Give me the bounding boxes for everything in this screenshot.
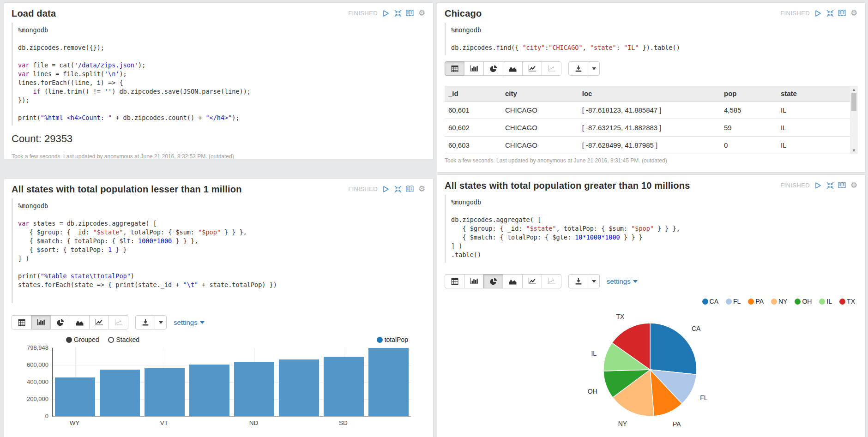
- scatter-chart-button[interactable]: [542, 274, 561, 288]
- bar-nd[interactable]: [234, 362, 274, 416]
- table-chart-button[interactable]: [12, 315, 31, 329]
- show-editor-icon[interactable]: [406, 185, 414, 193]
- paragraph-title: Chicago: [445, 8, 482, 19]
- code-line: { $group: { _id: "$state", totalPop: { $…: [451, 224, 854, 233]
- pie-chart-button[interactable]: [483, 274, 503, 288]
- download-caret-button[interactable]: [588, 61, 600, 76]
- collapse-icon[interactable]: [826, 181, 834, 189]
- bar-wy[interactable]: [55, 377, 95, 416]
- show-editor-icon[interactable]: [838, 181, 846, 189]
- collapse-icon[interactable]: [394, 9, 402, 17]
- scroll-down-icon[interactable]: ▼: [850, 148, 858, 153]
- code-line: [451, 207, 854, 216]
- gear-icon[interactable]: ⚙: [850, 181, 858, 189]
- area-chart-button[interactable]: [70, 315, 90, 329]
- download-button[interactable]: [568, 61, 588, 76]
- area-chart-button[interactable]: [503, 274, 523, 288]
- pie-chart-button[interactable]: [50, 315, 70, 329]
- collapse-icon[interactable]: [394, 185, 402, 193]
- run-icon[interactable]: [814, 9, 822, 17]
- collapse-icon[interactable]: [826, 9, 834, 17]
- status-badge: FINISHED: [780, 182, 810, 189]
- chart-toolbar: [445, 61, 858, 76]
- result-table-region: _idcitylocpopstate 60,601CHICAGO[ -87.61…: [445, 86, 858, 154]
- settings-link[interactable]: settings: [607, 277, 638, 285]
- code-editor[interactable]: %mongodb var states = db.zipcodes.aggreg…: [12, 198, 426, 303]
- table-cell: [ -87.618123, 41.885847 ]: [579, 102, 720, 119]
- legend-item-il[interactable]: IL: [819, 298, 832, 305]
- code-line: { $match: { totalPop: { $gte: 10*1000*10…: [451, 233, 854, 242]
- code-line: states.forEach(state => { print(state._i…: [18, 281, 422, 289]
- code-editor[interactable]: %mongodb db.zipcodes.remove({}); var fil…: [12, 23, 426, 126]
- table-cell: [ -87.632125, 41.882883 ]: [579, 119, 720, 137]
- line-chart-button[interactable]: [522, 61, 542, 76]
- download-group: [135, 315, 167, 329]
- show-editor-icon[interactable]: [838, 9, 846, 17]
- run-icon[interactable]: [814, 181, 822, 189]
- download-button[interactable]: [568, 274, 588, 288]
- caret-down-icon: [633, 280, 638, 283]
- legend-item-ca[interactable]: CA: [702, 298, 718, 305]
- download-button[interactable]: [135, 315, 155, 329]
- legend-item-pa[interactable]: PA: [748, 298, 764, 305]
- scatter-chart-button[interactable]: [542, 61, 561, 76]
- legend-item-ny[interactable]: NY: [771, 298, 787, 305]
- code-line: %mongodb: [18, 26, 422, 35]
- bar-chart-button[interactable]: [31, 315, 51, 329]
- area-chart-button[interactable]: [503, 61, 523, 76]
- settings-link[interactable]: settings: [174, 318, 205, 326]
- scatter-chart-button[interactable]: [108, 315, 128, 329]
- legend-item-tx[interactable]: TX: [839, 298, 855, 305]
- scrollbar-thumb[interactable]: [851, 93, 856, 111]
- mode-option-stacked[interactable]: Stacked: [108, 336, 139, 343]
- code-line: ] ): [18, 254, 422, 263]
- caret-down-icon: [200, 321, 205, 324]
- legend-item-oh[interactable]: OH: [795, 298, 812, 305]
- download-caret-button[interactable]: [155, 315, 167, 329]
- code-line: .table(): [451, 251, 854, 259]
- pie-slice-label: FL: [700, 394, 708, 401]
- line-chart-button[interactable]: [89, 315, 109, 329]
- table-cell: 60,603: [445, 137, 501, 154]
- code-editor[interactable]: %mongodb db.zipcodes.aggregate( [ { $gro…: [445, 195, 858, 263]
- legend-item-totalpop[interactable]: totalPop: [377, 336, 408, 343]
- bar-chart-button[interactable]: [464, 274, 484, 288]
- code-line: %mongodb: [451, 198, 854, 207]
- download-caret-button[interactable]: [588, 274, 600, 288]
- code-line: { $group: { _id: "$state", totalPop: { $…: [18, 228, 422, 237]
- gear-icon[interactable]: ⚙: [418, 185, 426, 193]
- radio-selected-icon: [66, 337, 72, 343]
- bar-vt[interactable]: [145, 368, 185, 416]
- gear-icon[interactable]: ⚙: [418, 9, 426, 17]
- show-editor-icon[interactable]: [406, 9, 414, 17]
- bar-dc[interactable]: [189, 365, 229, 416]
- run-icon[interactable]: [382, 185, 390, 193]
- paragraph-gt-10-millions: All states with total population greater…: [437, 174, 866, 437]
- mode-option-grouped[interactable]: Grouped: [66, 336, 99, 343]
- bar-chart-button[interactable]: [464, 61, 484, 76]
- chart-toolbar: settings: [445, 274, 858, 288]
- bar-ak[interactable]: [100, 370, 140, 416]
- bar-sd[interactable]: [324, 357, 364, 416]
- scroll-up-icon[interactable]: ▲: [850, 87, 858, 92]
- legend-dot-icon: [702, 299, 708, 305]
- bar-de[interactable]: [279, 359, 319, 416]
- gear-icon[interactable]: ⚙: [850, 9, 858, 17]
- table-chart-button[interactable]: [445, 274, 464, 288]
- code-line: [18, 35, 422, 43]
- paragraph-header: All states with total population lesser …: [4, 179, 433, 195]
- legend-item-fl[interactable]: FL: [726, 298, 741, 305]
- bar-mt[interactable]: [368, 348, 409, 416]
- table-chart-button[interactable]: [445, 61, 464, 76]
- paragraph-lt-1-million: All states with total population lesser …: [4, 178, 434, 437]
- code-line: if (line.trim() != '') db.zipcodes.save(…: [18, 87, 422, 96]
- line-chart-button[interactable]: [522, 274, 542, 288]
- pie-chart-button[interactable]: [483, 61, 503, 76]
- paragraph-controls: FINISHED ⚙: [780, 9, 858, 17]
- pie-slice-ca[interactable]: [650, 323, 697, 375]
- table-scrollbar[interactable]: ▲ ▼: [850, 86, 858, 154]
- chart-legend: CAFLPANYOHILTX: [445, 298, 855, 305]
- code-editor[interactable]: %mongodb db.zipcodes.find({ "city":"CHIC…: [445, 23, 858, 55]
- code-line: [451, 35, 854, 43]
- run-icon[interactable]: [382, 9, 390, 17]
